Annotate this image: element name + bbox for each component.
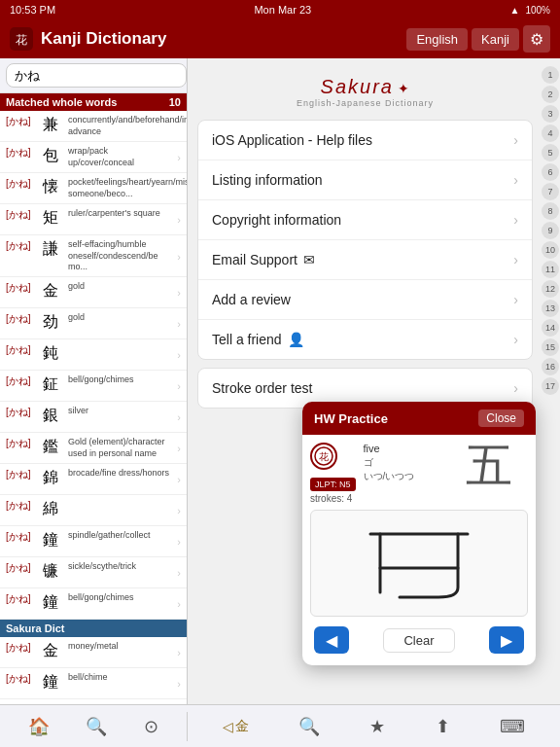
list-item[interactable]: [かね] 鑑 Gold (element)/character used in … bbox=[0, 433, 187, 464]
num-2[interactable]: 2 bbox=[542, 86, 559, 103]
list-item[interactable]: [かね] 劲 gold › bbox=[0, 308, 187, 339]
sakura-title: Sakura bbox=[321, 76, 394, 97]
gear-icon: ⚙ bbox=[530, 30, 543, 49]
kanji-button[interactable]: Kanji bbox=[472, 28, 519, 51]
menu-section: iOS Application - Help files › Listing i… bbox=[197, 120, 533, 360]
hw-canvas-area[interactable] bbox=[310, 510, 528, 617]
search-bar: ⊗ ≡ bbox=[0, 58, 187, 93]
word-list-scroll[interactable]: Matched whole words 10 [かね] 兼 concurrent… bbox=[0, 93, 187, 704]
bottom-left-toolbar: 🏠 🔍 ⊙ bbox=[0, 712, 188, 741]
hw-kun-reading: いつ/いつつ bbox=[364, 470, 442, 483]
list-item[interactable]: [かね] 謙 self-effacing/humble oneself/cond… bbox=[0, 235, 187, 277]
num-9[interactable]: 9 bbox=[542, 222, 559, 239]
list-item[interactable]: [かね] 兼 concurrently/and/beforehand/in ad… bbox=[0, 111, 187, 142]
num-17[interactable]: 17 bbox=[542, 377, 559, 395]
list-item[interactable]: [かね] 鐘 spindle/gather/collect › bbox=[0, 526, 187, 557]
num-15[interactable]: 15 bbox=[542, 338, 559, 356]
arrow-right-icon: ▶ bbox=[501, 631, 512, 650]
keyboard-icon: ⌨ bbox=[500, 717, 525, 736]
search-icon: 🔍 bbox=[86, 717, 107, 736]
hw-meaning-text: five bbox=[364, 443, 442, 454]
stroke-count: strokes: 4 bbox=[310, 493, 356, 504]
share-toolbar-button[interactable]: ⬆ bbox=[432, 712, 454, 741]
num-8[interactable]: 8 bbox=[542, 202, 559, 220]
list-item[interactable]: [かね] 包 wrap/pack up/cover/conceal › bbox=[0, 142, 187, 173]
listing-info-label: Listing information bbox=[212, 172, 323, 188]
app-title: Kanji Dictionary bbox=[41, 29, 406, 49]
list-item[interactable]: [かね] 鉦 bell/gong/chimes › bbox=[0, 371, 187, 402]
ios-help-menu-item[interactable]: iOS Application - Help files › bbox=[198, 121, 532, 160]
keyboard-toolbar-button[interactable]: ⌨ bbox=[496, 712, 529, 741]
star-toolbar-button[interactable]: ★ bbox=[366, 712, 389, 741]
arrow-left-icon: ◀ bbox=[326, 631, 337, 650]
chevron-right-icon: › bbox=[513, 252, 518, 267]
list-item[interactable]: [かね] 錦 brocade/fine dress/honors › bbox=[0, 464, 187, 495]
num-11[interactable]: 11 bbox=[542, 261, 559, 278]
email-support-menu-item[interactable]: Email Support ✉ › bbox=[198, 240, 532, 280]
num-6[interactable]: 6 bbox=[542, 163, 559, 181]
matched-label: Matched whole words bbox=[6, 96, 117, 108]
matched-count: 10 bbox=[169, 96, 181, 108]
share-icon: ⬆ bbox=[436, 717, 450, 736]
hw-practice-header: HW Practice Close bbox=[302, 402, 536, 435]
home-toolbar-button[interactable]: 🏠 bbox=[24, 712, 53, 741]
list-item[interactable]: [かね] 鈍 › bbox=[0, 339, 187, 371]
num-3[interactable]: 3 bbox=[542, 105, 559, 123]
list-item[interactable]: [かね] 金 gold › bbox=[0, 277, 187, 308]
hw-close-button[interactable]: Close bbox=[478, 409, 524, 427]
copyright-label: Copyright information bbox=[212, 212, 341, 228]
svg-text:花: 花 bbox=[16, 33, 27, 47]
hw-practice-body: 花 JLPT: N5 strokes: 4 five ゴ いつ/いつつ 五 bbox=[302, 435, 536, 665]
search-toolbar-button[interactable]: 🔍 bbox=[82, 712, 111, 741]
list-item[interactable]: [かね] 矩 ruler/carpenter's square › bbox=[0, 204, 187, 235]
num-5[interactable]: 5 bbox=[542, 144, 559, 161]
kanji-gold-icon: ◁ bbox=[223, 719, 233, 734]
hw-prev-button[interactable]: ◀ bbox=[314, 626, 349, 654]
chevron-right-icon: › bbox=[513, 380, 518, 396]
listing-info-menu-item[interactable]: Listing information › bbox=[198, 160, 532, 200]
num-16[interactable]: 16 bbox=[542, 358, 559, 375]
hw-next-button[interactable]: ▶ bbox=[489, 626, 524, 654]
list-item[interactable]: [かね] 懐 pocket/feelings/heart/yearn/miss … bbox=[0, 173, 187, 204]
matched-section-header: Matched whole words 10 bbox=[0, 93, 187, 111]
tell-friend-menu-item[interactable]: Tell a friend 👤 › bbox=[198, 320, 532, 359]
list-item[interactable]: [かね] 鐘 bell/gong/chimes › bbox=[0, 588, 187, 620]
list-item[interactable]: [かね] 金 money/metal › bbox=[0, 637, 187, 668]
settings-button[interactable]: ⚙ bbox=[523, 25, 550, 53]
num-7[interactable]: 7 bbox=[542, 183, 559, 200]
list-item[interactable]: [かね] 鐘 bell/chime › bbox=[0, 668, 187, 699]
hw-left-info: 花 JLPT: N5 strokes: 4 bbox=[310, 443, 356, 504]
search-input[interactable] bbox=[6, 63, 187, 88]
num-4[interactable]: 4 bbox=[542, 124, 559, 142]
kanji-gold-label: 金 bbox=[235, 718, 249, 735]
sakura-subtitle: English-Japanese Dictionary bbox=[197, 98, 533, 108]
hw-practice-title: HW Practice bbox=[314, 411, 388, 426]
num-10[interactable]: 10 bbox=[542, 241, 559, 259]
right-panel: 1 2 3 4 5 6 7 8 9 10 11 12 13 14 15 16 1… bbox=[188, 58, 560, 704]
hw-clear-button[interactable]: Clear bbox=[383, 628, 454, 653]
status-day: Mon Mar 23 bbox=[254, 4, 311, 16]
add-review-menu-item[interactable]: Add a review › bbox=[198, 280, 532, 320]
ios-help-label: iOS Application - Help files bbox=[212, 132, 372, 148]
copyright-menu-item[interactable]: Copyright information › bbox=[198, 200, 532, 240]
tell-friend-label: Tell a friend 👤 bbox=[212, 332, 304, 347]
num-14[interactable]: 14 bbox=[542, 319, 559, 337]
sakura-dict-label: Sakura Dict bbox=[6, 622, 65, 634]
num-1[interactable]: 1 bbox=[542, 66, 559, 84]
main-layout: ⊗ ≡ Matched whole words 10 [かね] 兼 concur… bbox=[0, 58, 560, 704]
list-item[interactable]: [かね] 綿 › bbox=[0, 495, 187, 526]
search2-toolbar-button[interactable]: 🔍 bbox=[295, 712, 324, 741]
chevron-right-icon: › bbox=[513, 332, 518, 347]
chevron-right-icon: › bbox=[513, 212, 518, 228]
kanji-gold-button[interactable]: ◁ 金 bbox=[219, 714, 253, 739]
svg-text:花: 花 bbox=[319, 451, 329, 462]
list-item[interactable]: [かね] 銀 silver › bbox=[0, 402, 187, 433]
list-item[interactable]: [かね] 镰 sickle/scythe/trick › bbox=[0, 557, 187, 588]
num-12[interactable]: 12 bbox=[542, 280, 559, 298]
camera-toolbar-button[interactable]: ⊙ bbox=[140, 712, 162, 741]
num-13[interactable]: 13 bbox=[542, 300, 559, 317]
english-button[interactable]: English bbox=[406, 28, 468, 51]
bottom-toolbar: 🏠 🔍 ⊙ ◁ 金 🔍 ★ ⬆ ⌨ bbox=[0, 704, 560, 747]
add-review-label: Add a review bbox=[212, 292, 291, 307]
email-icon: ✉ bbox=[303, 252, 315, 267]
